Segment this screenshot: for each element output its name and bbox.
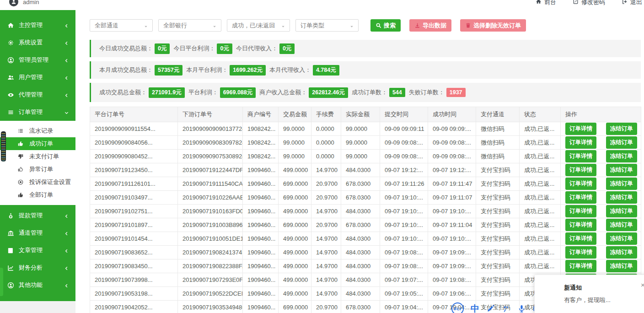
freeze-order-button[interactable]: 冻结订单 bbox=[606, 246, 637, 259]
cell-actual-amount: 484.0300 bbox=[341, 259, 380, 273]
chevron-icon bbox=[64, 265, 69, 270]
order-detail-button[interactable]: 订单详情 bbox=[565, 164, 596, 176]
freeze-order-button[interactable]: 冻结订单 bbox=[606, 178, 637, 190]
cell-success-time: 09-09 09:09:... bbox=[428, 122, 476, 136]
stat-label: 平台利润： bbox=[188, 88, 218, 97]
sidebar-item[interactable]: 通道管理 bbox=[0, 224, 75, 242]
freeze-order-button[interactable]: 冻结订单 bbox=[606, 150, 637, 162]
sidebar-item[interactable]: 其他功能 bbox=[0, 276, 75, 294]
stat-value-badge: 262812.46元 bbox=[309, 87, 348, 98]
topbar-nav-label: 修改密码 bbox=[581, 0, 605, 6]
ime-toolbar-button[interactable] bbox=[486, 304, 495, 313]
order-detail-button[interactable]: 订单详情 bbox=[565, 178, 596, 190]
sidebar-item[interactable]: 系统设置 bbox=[0, 34, 75, 51]
topbar-nav-item[interactable]: 修改密码 bbox=[573, 0, 605, 6]
topbar-nav-item[interactable]: 退出 bbox=[622, 0, 642, 6]
order-detail-button[interactable]: 订单详情 bbox=[565, 260, 596, 272]
sidebar-item[interactable]: 主控管理 bbox=[0, 16, 75, 34]
cell-actual-amount: 99.0000 bbox=[341, 136, 380, 150]
order-detail-button[interactable]: 订单详情 bbox=[565, 205, 596, 217]
order-detail-button[interactable]: 订单详情 bbox=[565, 123, 596, 135]
ime-toolbar-button[interactable]: 中 bbox=[471, 303, 479, 313]
sidebar-submenu-item[interactable]: 流水记录 bbox=[0, 124, 75, 137]
ime-toolbar-button[interactable] bbox=[502, 304, 510, 313]
sidebar-submenu-item[interactable]: 投诉保证金设置 bbox=[0, 176, 75, 189]
topbar-user[interactable]: admin bbox=[9, 0, 39, 6]
freeze-order-button[interactable]: 冻结订单 bbox=[606, 260, 637, 272]
sidebar-item[interactable]: 用户管理 bbox=[0, 69, 75, 86]
sidebar-secondary-menu: 提款管理 通道管理 文章管理 财务分析 bbox=[0, 205, 75, 294]
cell-actions: 订单详情 冻结订单 bbox=[561, 191, 641, 205]
filter-dropdown[interactable]: 成功，已/未返回 bbox=[227, 19, 290, 32]
cell-fee: 0.0000 bbox=[311, 122, 341, 136]
cell-downstream-order-no: 2019090719122447DF78 bbox=[178, 163, 243, 177]
filter-dropdown[interactable]: 订单类型 bbox=[295, 19, 359, 32]
chevron-icon bbox=[64, 248, 69, 253]
close-icon[interactable]: × bbox=[641, 281, 644, 288]
order-detail-button[interactable]: 订单详情 bbox=[565, 232, 596, 245]
filter-dropdowns: 全部通道 全部银行 成功，已/未返回 订单类型 bbox=[90, 19, 364, 32]
sidebar-item[interactable]: 财务分析 bbox=[0, 259, 75, 276]
table-row: 20190909090911554... 2019090909090137724… bbox=[90, 122, 641, 136]
sidebar-item[interactable]: 代理管理 bbox=[0, 86, 75, 103]
sidebar-submenu-item[interactable]: 成功订单 bbox=[0, 137, 75, 150]
submenu-item-label: 成功订单 bbox=[29, 140, 53, 148]
freeze-order-button[interactable]: 冻结订单 bbox=[606, 123, 637, 135]
caret-down-icon bbox=[143, 23, 149, 28]
table-column-header: 提交时间 bbox=[380, 107, 428, 122]
cell-platform-order-no: 2019090719083652... bbox=[90, 246, 178, 259]
freeze-order-button[interactable]: 冻结订单 bbox=[606, 219, 637, 231]
cell-platform-order-no: 20190909090911554... bbox=[90, 122, 178, 136]
cell-amount: 99.0000 bbox=[279, 150, 311, 163]
cell-actual-amount: 484.0300 bbox=[341, 273, 380, 287]
ime-toolbar-button[interactable]: iFLY bbox=[451, 302, 464, 313]
stat-item: 本月成功交易总额： 57357元 bbox=[99, 65, 182, 76]
sidebar-item[interactable]: 提款管理 bbox=[0, 207, 75, 224]
cell-fee: 20.9700 bbox=[311, 218, 341, 232]
freeze-order-button[interactable]: 冻结订单 bbox=[606, 232, 637, 245]
table-column-header: 支付通道 bbox=[476, 107, 520, 122]
order-detail-button[interactable]: 订单详情 bbox=[565, 191, 596, 204]
freeze-order-button[interactable]: 冻结订单 bbox=[606, 205, 637, 217]
order-detail-button[interactable]: 订单详情 bbox=[565, 136, 596, 149]
search-button[interactable]: 搜索 bbox=[370, 19, 401, 32]
stat-label: 今日代理收入： bbox=[236, 44, 278, 53]
sidebar-submenu-item[interactable]: 异常订单 bbox=[0, 163, 75, 176]
sidebar-item[interactable]: 管理员管理 bbox=[0, 51, 75, 69]
stat-value-badge: 271091.9元 bbox=[149, 87, 185, 98]
ime-toolbar-button[interactable] bbox=[517, 304, 526, 313]
sidebar-item[interactable]: 订单管理 bbox=[0, 103, 75, 121]
submenu-item-icon bbox=[17, 153, 24, 160]
order-detail-button[interactable]: 订单详情 bbox=[565, 150, 596, 162]
export-data-button[interactable]: 导出数据 bbox=[409, 19, 451, 32]
sidebar-submenu-item[interactable]: 未支付订单 bbox=[0, 150, 75, 163]
topbar-nav-item[interactable]: 前台 bbox=[536, 0, 556, 6]
cell-submit-time: 09-07 19:04:... bbox=[380, 301, 428, 313]
table-column-header: 成功时间 bbox=[428, 107, 476, 122]
caret-down-icon bbox=[280, 23, 286, 28]
cell-amount: 99.0000 bbox=[279, 136, 311, 150]
cell-downstream-order-no: 20190907190522DCEDE3 bbox=[178, 287, 243, 301]
stat-value-badge: 1937 bbox=[446, 88, 466, 97]
cell-pay-channel: 支付宝扫码 bbox=[476, 177, 520, 191]
table-column-header: 平台订单号 bbox=[90, 107, 178, 122]
freeze-order-button[interactable]: 冻结订单 bbox=[606, 164, 637, 176]
cell-pay-channel: 支付宝扫码 bbox=[476, 163, 520, 177]
filter-dropdown[interactable]: 全部银行 bbox=[158, 19, 221, 32]
filter-dropdown[interactable]: 全部通道 bbox=[90, 19, 153, 32]
cell-pay-channel: 支付宝扫码 bbox=[476, 232, 520, 246]
sidebar-item-icon bbox=[7, 264, 14, 271]
delete-invalid-orders-button[interactable]: 选择删除无效订单 bbox=[460, 19, 526, 32]
cell-platform-order-no: 2019090909080452... bbox=[90, 150, 178, 163]
sidebar-item[interactable]: 文章管理 bbox=[0, 242, 75, 259]
sidebar-item-icon bbox=[7, 74, 14, 81]
order-detail-button[interactable]: 订单详情 bbox=[565, 246, 596, 259]
order-detail-button[interactable]: 订单详情 bbox=[565, 219, 596, 231]
caret-down-icon bbox=[349, 23, 354, 28]
dropdown-selected-value: 订单类型 bbox=[301, 22, 324, 30]
cell-actions: 订单详情 冻结订单 bbox=[561, 122, 641, 136]
freeze-order-button[interactable]: 冻结订单 bbox=[606, 191, 637, 204]
sidebar-submenu-item[interactable]: 全部订单 bbox=[0, 189, 75, 201]
freeze-order-button[interactable]: 冻结订单 bbox=[606, 136, 637, 149]
cell-merchant-no: 1909460... bbox=[243, 232, 279, 246]
